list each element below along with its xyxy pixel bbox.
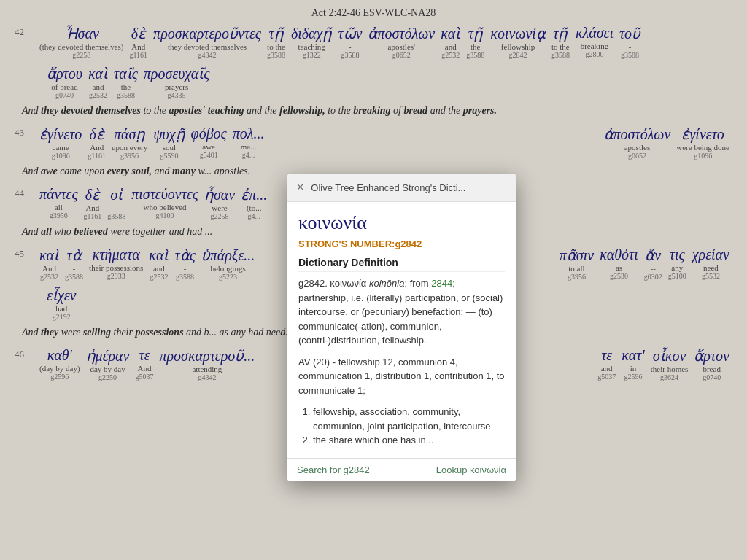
strongs[interactable]: g3956: [568, 273, 586, 281]
close-button[interactable]: ×: [297, 181, 303, 194]
greek-word[interactable]: τῇ: [268, 25, 283, 42]
strongs[interactable]: g0302: [644, 273, 662, 281]
greek-word[interactable]: Ἦσαν: [64, 25, 99, 42]
strongs[interactable]: g2192: [53, 313, 71, 321]
search-button[interactable]: Search for g2842: [297, 464, 370, 475]
strongs[interactable]: g0652: [392, 51, 411, 59]
strongs[interactable]: g3588: [621, 51, 639, 59]
greek-word[interactable]: καθ': [47, 347, 72, 364]
strongs[interactable]: g4342: [198, 373, 216, 381]
greek-word[interactable]: διδαχῇ: [291, 25, 332, 42]
strongs[interactable]: g2800: [585, 50, 603, 58]
greek-word[interactable]: τὰς: [174, 246, 195, 264]
strongs[interactable]: g4342: [198, 51, 217, 59]
strongs[interactable]: g1161: [84, 212, 102, 220]
strongs[interactable]: g1096: [52, 152, 70, 160]
strongs[interactable]: g3588: [65, 273, 83, 281]
strongs[interactable]: g3588: [466, 51, 484, 59]
strongs[interactable]: g3588: [107, 212, 125, 220]
greek-word[interactable]: τε: [139, 347, 150, 364]
greek-word[interactable]: τοῦ: [619, 25, 640, 42]
strongs[interactable]: g1096: [694, 152, 712, 160]
strongs-number[interactable]: g2842: [395, 238, 422, 249]
strongs[interactable]: g5037: [597, 373, 616, 381]
strongs[interactable]: g3588: [176, 273, 194, 281]
greek-word[interactable]: ἄρτου: [47, 65, 82, 82]
greek-word[interactable]: ὑπάρξε...: [201, 246, 255, 264]
greek-word[interactable]: κλάσει: [576, 25, 614, 42]
greek-word[interactable]: οἱ: [110, 186, 123, 203]
greek-word[interactable]: ἀποστόλων: [368, 25, 435, 42]
strongs[interactable]: g2258: [72, 51, 90, 59]
strongs[interactable]: g2596: [624, 373, 642, 381]
strongs[interactable]: g2532: [40, 273, 58, 281]
strongs[interactable]: g3956: [50, 211, 68, 219]
strongs[interactable]: g4335: [168, 91, 186, 99]
greek-word[interactable]: φόβος: [191, 125, 227, 142]
strongs[interactable]: g4...: [242, 151, 255, 159]
greek-word[interactable]: καὶ: [149, 246, 169, 264]
greek-word[interactable]: πᾶσιν: [560, 246, 594, 264]
strongs[interactable]: g0652: [628, 152, 646, 160]
greek-word[interactable]: κοινωνίᾳ: [490, 25, 546, 42]
greek-word[interactable]: ἄρτον: [694, 347, 729, 365]
strongs[interactable]: g5100: [668, 272, 686, 280]
strongs[interactable]: g3588: [117, 91, 135, 99]
strongs[interactable]: g2258: [211, 212, 229, 220]
greek-word[interactable]: κτήματα: [93, 246, 140, 263]
strongs[interactable]: g1161: [129, 51, 147, 59]
strongs[interactable]: g2530: [610, 272, 628, 280]
strongs[interactable]: g2532: [89, 91, 107, 99]
strongs[interactable]: g0740: [703, 373, 721, 381]
strongs[interactable]: g3956: [120, 152, 139, 160]
greek-word[interactable]: τῶν: [338, 25, 362, 42]
greek-word[interactable]: τῇ: [468, 25, 483, 42]
greek-word[interactable]: πολ...: [233, 125, 265, 142]
greek-word[interactable]: ἐγίνετο: [681, 125, 724, 143]
strongs[interactable]: g1322: [303, 51, 321, 59]
greek-word[interactable]: πιστεύοντες: [131, 186, 198, 203]
greek-word[interactable]: ἦσαν: [204, 186, 235, 203]
strongs[interactable]: g4...: [247, 212, 260, 220]
greek-word[interactable]: καὶ: [39, 246, 59, 264]
greek-word[interactable]: ἐπ...: [241, 186, 267, 203]
greek-word[interactable]: καὶ: [441, 25, 460, 42]
strongs[interactable]: g3588: [267, 51, 285, 59]
greek-word[interactable]: ἐγίνετο: [39, 125, 82, 143]
strongs[interactable]: g1161: [88, 152, 106, 160]
greek-word[interactable]: τε: [601, 347, 612, 364]
strongs[interactable]: g5401: [200, 151, 218, 159]
strongs[interactable]: g3624: [660, 373, 678, 381]
strongs[interactable]: g2596: [50, 373, 69, 381]
strongs[interactable]: g2933: [107, 272, 125, 280]
strongs[interactable]: g2532: [150, 273, 168, 281]
greek-word[interactable]: ἀποστόλων: [604, 125, 671, 143]
greek-word[interactable]: κατ': [622, 347, 645, 364]
greek-word[interactable]: ταῖς: [114, 65, 138, 82]
strongs[interactable]: g5037: [136, 373, 154, 381]
strongs[interactable]: g0740: [55, 91, 74, 99]
greek-word[interactable]: τῇ: [553, 25, 568, 42]
strongs[interactable]: g5223: [219, 273, 237, 281]
strongs[interactable]: g3588: [341, 51, 359, 59]
strongs[interactable]: g2842: [509, 51, 527, 59]
greek-word[interactable]: εἶχεν: [47, 287, 76, 304]
greek-word[interactable]: δὲ: [131, 25, 146, 42]
greek-word[interactable]: χρείαν: [692, 246, 729, 263]
greek-word[interactable]: ἡμέραν: [86, 347, 130, 365]
strongs[interactable]: g5590: [160, 152, 178, 160]
lookup-button[interactable]: Lookup κοινωνία: [436, 464, 506, 475]
strongs-link[interactable]: 2844: [431, 278, 452, 289]
strongs[interactable]: g2250: [98, 373, 117, 381]
greek-word[interactable]: τὰ: [67, 246, 82, 264]
greek-word[interactable]: καθότι: [600, 246, 638, 263]
greek-word[interactable]: τις: [670, 246, 685, 263]
greek-word[interactable]: προσκαρτεροῦ...: [160, 347, 255, 365]
greek-word[interactable]: προσκαρτεροῦντες: [153, 25, 261, 42]
strongs[interactable]: g2532: [441, 51, 460, 59]
greek-word[interactable]: δὲ: [90, 125, 104, 143]
strongs[interactable]: g4100: [156, 211, 174, 219]
greek-word[interactable]: πάντες: [39, 186, 78, 203]
greek-word[interactable]: οἶκον: [653, 347, 686, 365]
greek-word[interactable]: προσευχαῖς: [144, 65, 210, 82]
